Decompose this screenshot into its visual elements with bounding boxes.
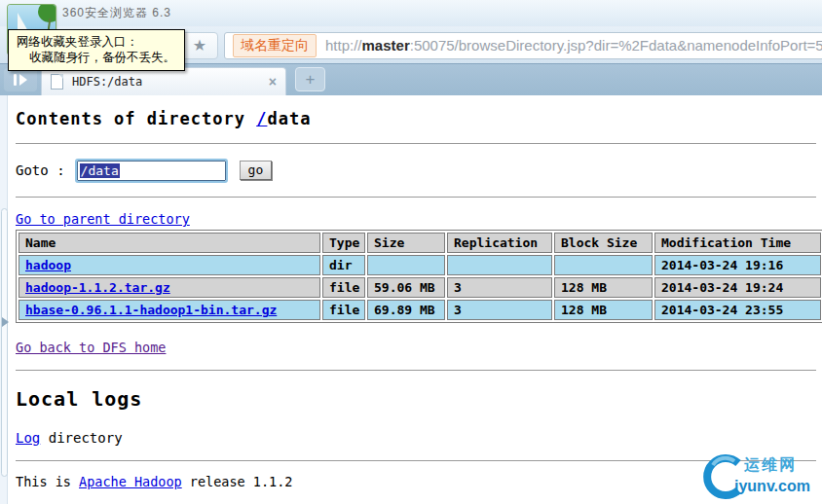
sidebar-toggle-arrow-icon xyxy=(19,74,27,86)
cell-name: hbase-0.96.1.1-hadoop1-bin.tar.gz xyxy=(19,300,320,320)
palm-tree-icon xyxy=(38,5,56,22)
cell-modification-time: 2014-03-24 19:16 xyxy=(654,255,821,275)
url-path: :50075/browseDirectory.jsp?dir=%2Fdata&n… xyxy=(410,37,822,54)
column-header-name: Name xyxy=(19,233,320,253)
favorite-button[interactable]: ★ xyxy=(181,32,218,59)
cell-name: hadoop-1.1.2.tar.gz xyxy=(19,277,320,298)
goto-input[interactable]: /data xyxy=(77,161,226,181)
plus-icon: + xyxy=(306,71,316,88)
column-header-modification-time: Modification Time xyxy=(654,233,821,253)
table-row: hbase-0.96.1.1-hadoop1-bin.tar.gz file 6… xyxy=(19,300,822,320)
root-directory-link[interactable]: / xyxy=(256,109,267,128)
goto-label: Goto : xyxy=(16,162,65,178)
log-suffix: directory xyxy=(40,430,122,446)
side-panel-arrow-icon[interactable] xyxy=(2,317,9,327)
cell-replication: 3 xyxy=(447,277,552,298)
cell-modification-time: 2014-03-24 23:55 xyxy=(654,300,821,320)
go-button[interactable]: go xyxy=(240,161,273,180)
log-directory-row: Log directory xyxy=(16,430,822,446)
cell-type: dir xyxy=(322,255,365,275)
url-host: master xyxy=(362,37,410,54)
divider xyxy=(16,197,816,198)
go-to-parent-directory-link[interactable]: Go to parent directory xyxy=(16,211,190,227)
iyunv-watermark: 运维网 iyunv.com xyxy=(701,450,820,502)
local-logs-heading: Local logs xyxy=(16,387,822,411)
directory-listing-table: Name Type Size Replication Block Size Mo… xyxy=(16,230,822,323)
dfs-home-link-row: Go back to DFS home xyxy=(16,340,822,355)
cell-block-size xyxy=(554,255,653,275)
table-row: hadoop dir 2014-03-24 19:16 rwx xyxy=(19,255,822,275)
table-header-row: Name Type Size Replication Block Size Mo… xyxy=(19,233,822,253)
cell-size: 69.89 MB xyxy=(367,300,445,320)
footer-suffix: release 1.1.2 xyxy=(182,474,293,489)
tab-title: HDFS:/data xyxy=(72,75,260,89)
goto-input-selected-text: /data xyxy=(80,163,120,178)
divider xyxy=(16,460,816,461)
sidebar-toggle-button[interactable] xyxy=(4,68,37,91)
url-field[interactable]: 域名重定向 http://master:50075/browseDirector… xyxy=(224,32,822,59)
file-link[interactable]: hbase-0.96.1.1-hadoop1-bin.tar.gz xyxy=(25,303,277,317)
cell-modification-time: 2014-03-24 19:24 xyxy=(654,277,821,298)
window-title: 360安全浏览器 6.3 xyxy=(62,5,171,21)
page-icon xyxy=(51,74,63,90)
table-row: hadoop-1.1.2.tar.gz file 59.06 MB 3 128 … xyxy=(19,277,822,298)
apache-hadoop-link[interactable]: Apache Hadoop xyxy=(79,474,182,489)
column-header-replication: Replication xyxy=(447,233,552,253)
page-title-dirname: data xyxy=(267,109,311,128)
cell-block-size: 128 MB xyxy=(554,300,653,320)
page-title: Contents of directory /data xyxy=(16,109,822,128)
cell-replication xyxy=(447,255,552,275)
parent-link-row: Go to parent directory xyxy=(16,211,822,227)
column-header-type: Type xyxy=(322,233,365,253)
file-link[interactable]: hadoop xyxy=(25,258,71,272)
favorites-login-tooltip: 网络收藏夹登录入口： 收藏随身行，备份不丢失。 xyxy=(8,29,185,71)
log-link[interactable]: Log xyxy=(16,430,40,446)
star-icon: ★ xyxy=(193,38,206,54)
cell-name: hadoop xyxy=(19,255,320,275)
url-text: http://master:50075/browseDirectory.jsp?… xyxy=(325,37,822,54)
url-scheme: http:// xyxy=(325,37,362,54)
cell-block-size: 128 MB xyxy=(554,277,653,298)
watermark-site-domain: iyunv.com xyxy=(734,478,810,495)
divider xyxy=(16,143,816,144)
watermark-site-name: 运维网 xyxy=(744,455,797,476)
new-tab-button[interactable]: + xyxy=(295,67,325,91)
title-bar: 360安全浏览器 6.3 xyxy=(0,0,822,27)
tab-hdfs-data[interactable]: HDFS:/data × xyxy=(41,67,286,95)
domain-redirect-badge[interactable]: 域名重定向 xyxy=(233,34,317,57)
sidebar-toggle-icon xyxy=(14,74,17,86)
cell-size: 59.06 MB xyxy=(367,277,445,298)
cell-type: file xyxy=(322,300,365,320)
tooltip-line-1: 网络收藏夹登录入口： xyxy=(17,34,175,50)
page-title-prefix: Contents of directory xyxy=(16,109,256,128)
side-panel-handle[interactable] xyxy=(1,208,8,477)
divider xyxy=(16,370,816,371)
file-link[interactable]: hadoop-1.1.2.tar.gz xyxy=(25,280,170,295)
footer-prefix: This is xyxy=(16,474,79,489)
tooltip-line-2: 收藏随身行，备份不丢失。 xyxy=(17,50,175,65)
go-back-to-dfs-home-link[interactable]: Go back to DFS home xyxy=(16,340,166,355)
tab-close-icon[interactable]: × xyxy=(269,75,277,89)
column-header-size: Size xyxy=(367,233,445,253)
cell-type: file xyxy=(322,277,365,298)
goto-form: Goto : /data go xyxy=(16,159,822,182)
column-header-block-size: Block Size xyxy=(554,233,653,253)
page-content: Contents of directory /data Goto : /data… xyxy=(0,95,822,504)
cell-replication: 3 xyxy=(447,300,552,320)
cell-size xyxy=(367,255,445,275)
browser-window: { "window": { "title": "360安全浏览器 6.3" },… xyxy=(0,0,822,504)
